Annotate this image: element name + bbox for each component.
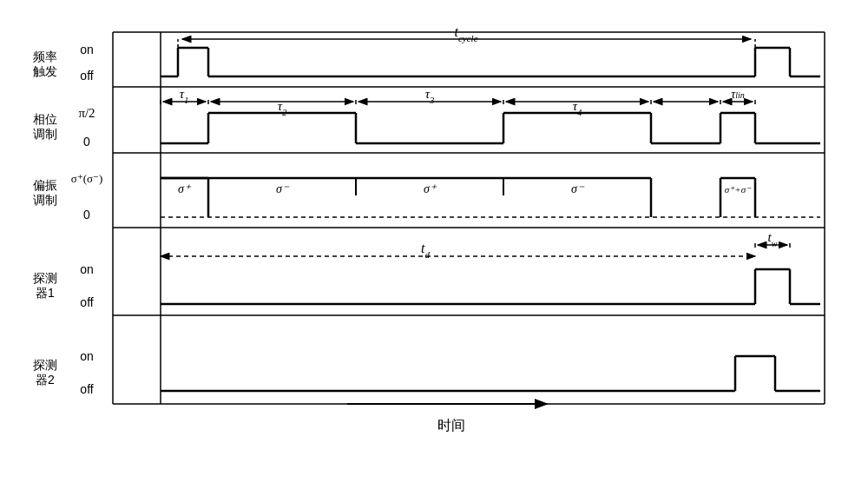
sigma-plus-1: σ⁺ — [178, 182, 192, 195]
on-label-r1: on — [80, 43, 94, 56]
polar-mod-label1: 偏振 — [33, 178, 57, 192]
svg-text:tcycle: tcycle — [454, 24, 477, 43]
sigma-plus-2: σ⁺ — [424, 182, 437, 195]
off-label-r1: off — [80, 69, 93, 83]
sigma-minus-1: σ⁻ — [276, 182, 290, 195]
freq-trigger-label: 频率 — [33, 50, 57, 63]
detector2-label1: 探测 — [33, 358, 57, 372]
sigma-combined: σ⁺+σ⁻ — [725, 184, 752, 195]
detector1-label1: 探测 — [33, 271, 57, 285]
svg-text:τlin: τlin — [731, 88, 745, 101]
time-axis-label: 时间 — [437, 418, 465, 433]
off-label-r4: off — [80, 295, 93, 309]
on-label-r4: on — [80, 262, 94, 276]
polar-mod-label2: 调制 — [33, 193, 57, 207]
timing-diagram: tcycle on off 频率 触发 — [0, 0, 868, 496]
sigma-minus-2: σ⁻ — [571, 182, 585, 195]
detector1-label2: 器1 — [36, 286, 55, 300]
sigma-pm-label: σ⁺(σ⁻) — [71, 172, 103, 185]
zero-label-r2: 0 — [83, 135, 90, 149]
off-label-r5: off — [80, 382, 93, 396]
phase-mod-label1: 相位 — [33, 112, 57, 126]
pi-half-label: π/2 — [78, 106, 95, 120]
on-label-r5: on — [80, 349, 94, 363]
trigger-label: 触发 — [33, 64, 57, 78]
phase-mod-label2: 调制 — [33, 127, 57, 141]
zero-label-r3: 0 — [83, 208, 90, 222]
detector2-label2: 器2 — [36, 373, 55, 387]
